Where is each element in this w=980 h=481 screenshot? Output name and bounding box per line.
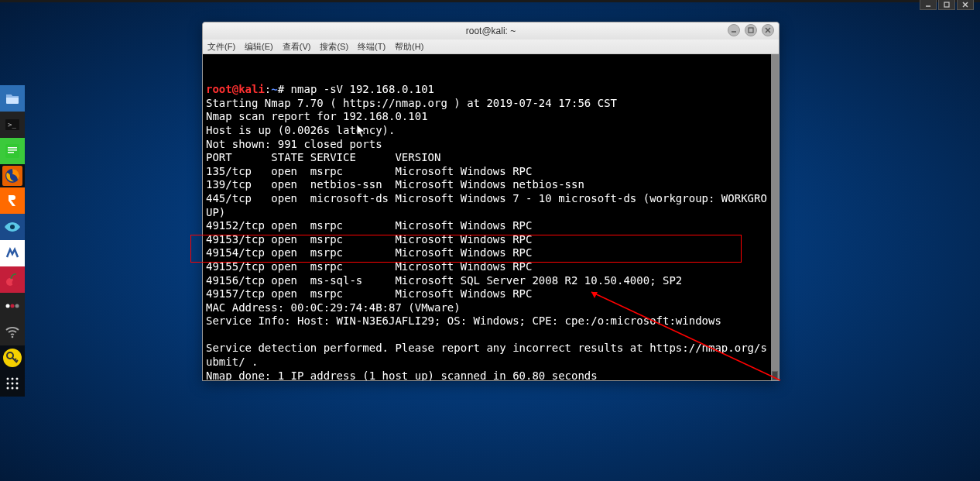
output-line: Host is up (0.0026s latency). [206,124,395,136]
svg-point-26 [16,383,19,385]
output-line: 49152/tcp open msrpc Microsoft Windows R… [206,219,532,232]
firefox-icon[interactable] [2,166,22,186]
generic-app-icon[interactable] [0,293,25,319]
burpsuite-icon[interactable] [0,187,25,214]
menu-edit[interactable]: 编辑(E) [245,41,273,53]
window-minimize-button[interactable] [728,24,740,36]
svg-rect-11 [4,192,21,209]
window-title: root@kali: ~ [466,26,516,36]
output-line: Not shown: 991 closed ports [206,138,382,150]
window-titlebar[interactable]: root@kali: ~ [203,22,779,40]
vm-minimize-icon[interactable] [920,0,937,10]
menu-file[interactable]: 文件(F) [207,41,235,53]
output-line: 49156/tcp open ms-sql-s Microsoft SQL Se… [206,274,682,287]
window-maximize-button[interactable] [745,24,757,36]
vm-maximize-icon[interactable] [938,0,955,10]
vm-close-icon[interactable] [957,0,974,10]
passwords-icon[interactable] [3,349,22,367]
output-line: Service detection performed. Please repo… [206,342,767,368]
maltego-icon[interactable] [0,240,25,266]
output-line: Starting Nmap 7.70 ( https://nmap.org ) … [206,97,617,109]
output-line: 49157/tcp open msrpc Microsoft Windows R… [206,287,532,300]
svg-point-17 [11,304,15,308]
output-line: Nmap done: 1 IP address (1 host up) scan… [206,369,598,380]
svg-point-12 [10,225,15,229]
prompt-user: root@kali [206,83,265,95]
terminal-window: root@kali: ~ 文件(F) 编辑(E) 查看(V) 搜索(S) 终端(… [202,22,780,381]
cherrytree-icon[interactable] [0,266,25,293]
text-editor-icon[interactable] [0,138,25,164]
prompt-path: ~ [271,83,277,95]
output-line: 135/tcp open msrpc Microsoft Windows RPC [206,165,532,177]
svg-point-27 [7,387,9,390]
output-line: 445/tcp open microsoft-ds Microsoft Wind… [206,192,767,218]
desktop-top-panel [0,0,980,2]
svg-rect-9 [8,152,14,153]
output-line: Service Info: Host: WIN-N3E6JAFLI29; OS:… [206,314,721,327]
window-close-button[interactable] [762,24,774,36]
output-line [206,328,212,341]
output-line: PORT STATE SERVICE VERSION [206,151,440,163]
recon-eye-icon[interactable] [0,214,25,240]
svg-point-18 [15,304,19,308]
menu-search[interactable]: 搜索(S) [320,41,348,53]
svg-point-24 [7,383,9,385]
terminal-icon[interactable]: >_ [0,112,25,138]
scrollbar-thumb[interactable] [772,371,778,380]
output-line: 49153/tcp open msrpc Microsoft Windows R… [206,233,532,246]
output-line: 139/tcp open netbios-ssn Microsoft Windo… [206,178,584,191]
favorites-dock: >_ [0,85,25,397]
files-icon[interactable] [0,85,25,112]
all-apps-icon[interactable] [0,370,25,397]
svg-rect-31 [749,28,753,33]
menu-terminal[interactable]: 终端(T) [358,41,385,53]
menu-help[interactable]: 帮助(H) [395,41,423,53]
output-line: Nmap scan report for 192.168.0.101 [206,110,428,122]
svg-point-20 [7,352,13,359]
svg-text:>_: >_ [8,121,16,129]
vm-top-controls [920,0,974,10]
svg-point-23 [16,378,19,380]
svg-point-28 [12,387,14,390]
svg-rect-8 [8,149,17,151]
output-line: 49154/tcp open msrpc Microsoft Windows R… [206,246,532,259]
menu-view[interactable]: 查看(V) [283,41,311,53]
svg-point-19 [12,336,14,338]
terminal-content[interactable]: root@kali:~# nmap -sV 192.168.0.101 Star… [203,54,779,380]
svg-rect-1 [944,2,949,7]
terminal-scrollbar[interactable] [771,54,779,380]
terminal-menubar: 文件(F) 编辑(E) 查看(V) 搜索(S) 终端(T) 帮助(H) [203,40,779,54]
svg-point-29 [16,387,19,390]
prompt-end: # [278,83,284,95]
wireless-icon[interactable] [0,319,25,345]
svg-point-15 [12,280,19,287]
cmd-nmap: nmap -sV 192.168.0.101 [284,83,434,95]
svg-point-22 [12,378,14,380]
svg-point-25 [12,383,14,385]
svg-point-16 [6,304,10,308]
svg-rect-7 [8,147,17,149]
svg-rect-6 [5,144,19,158]
output-line: 49155/tcp open msrpc Microsoft Windows R… [206,260,532,273]
svg-point-21 [7,378,9,380]
output-line: MAC Address: 00:0C:29:74:4B:87 (VMware) [206,301,461,314]
